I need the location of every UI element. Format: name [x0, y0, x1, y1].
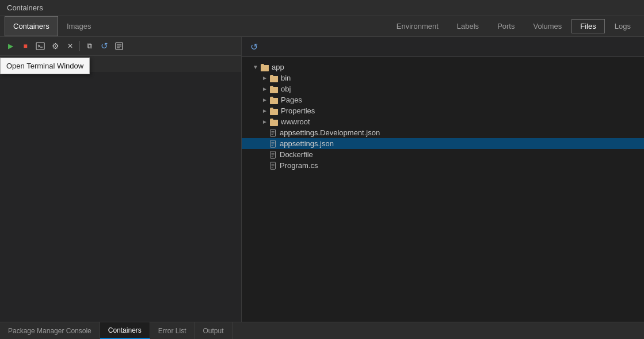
tree-label-appsettings-dev: appsettings.Development.json — [280, 128, 380, 137]
copy-button[interactable]: ⧉ — [82, 39, 96, 53]
settings-button[interactable]: ⚙ — [48, 39, 62, 53]
logs-button[interactable] — [112, 39, 126, 53]
file-icon-dockerfile — [269, 151, 277, 159]
left-panel: ▶ ■ ⚙ ✕ ⧉ ↺ Open Terminal Window — [0, 37, 242, 322]
arrow-wwwroot — [260, 119, 269, 125]
toolbar-separator-1 — [79, 41, 80, 51]
tab-files[interactable]: Files — [571, 19, 604, 33]
title-label: Containers — [7, 3, 43, 12]
tab-images[interactable]: Images — [58, 16, 100, 36]
tree-item-bin[interactable]: bin — [242, 73, 644, 83]
file-icon-appsettings — [269, 140, 277, 148]
folder-icon-obj — [269, 85, 279, 93]
folder-icon-properties — [269, 107, 279, 115]
file-tree-toolbar: ↺ — [242, 37, 644, 57]
tab-labels[interactable]: Labels — [448, 19, 487, 33]
delete-button[interactable]: ✕ — [63, 39, 77, 53]
tab-environment[interactable]: Environment — [388, 19, 447, 33]
tab-volumes[interactable]: Volumes — [524, 19, 570, 33]
main-content: Containers Images Environment Labels Por… — [0, 16, 644, 339]
tree-label-pages: Pages — [281, 96, 302, 104]
bottom-tab-containers[interactable]: Containers — [100, 322, 150, 339]
tooltip-text: Open Terminal Window — [6, 62, 83, 70]
arrow-properties — [260, 108, 269, 114]
tree-label-obj: obj — [281, 85, 291, 93]
tree-item-appsettings[interactable]: appsettings.json — [242, 138, 644, 149]
tree-label-program-cs: Program.cs — [280, 161, 318, 170]
folder-icon-bin — [269, 74, 279, 82]
arrow-pages — [260, 97, 269, 103]
tree-item-wwwroot[interactable]: wwwroot — [242, 116, 644, 127]
bottom-tab-error-list[interactable]: Error List — [150, 322, 195, 339]
tab-containers[interactable]: Containers — [5, 16, 58, 36]
tree-item-properties[interactable]: Properties — [242, 105, 644, 116]
bottom-tab-output[interactable]: Output — [195, 322, 232, 339]
tree-item-program-cs[interactable]: Program.cs — [242, 160, 644, 171]
folder-icon-app — [260, 63, 269, 71]
tab-ports[interactable]: Ports — [489, 19, 523, 33]
tree-item-obj[interactable]: obj — [242, 83, 644, 94]
file-icon-appsettings-dev — [269, 129, 277, 137]
terminal-button[interactable] — [33, 39, 47, 53]
title-bar: Containers — [0, 0, 644, 16]
tree-item-app[interactable]: app — [242, 62, 644, 73]
body-split: ▶ ■ ⚙ ✕ ⧉ ↺ Open Terminal Window — [0, 37, 644, 322]
arrow-obj — [260, 86, 269, 92]
file-icon-program-cs — [269, 162, 277, 170]
bottom-tab-package-manager[interactable]: Package Manager Console — [0, 322, 100, 339]
tab-logs[interactable]: Logs — [606, 19, 639, 33]
folder-icon-pages — [269, 96, 279, 104]
tree-label-dockerfile: Dockerfile — [280, 150, 313, 159]
file-tree-refresh-button[interactable]: ↺ — [247, 40, 260, 53]
right-panel: ↺ app bin — [242, 37, 644, 322]
tooltip-popup: Open Terminal Window — [0, 58, 90, 74]
tree-label-app: app — [272, 63, 284, 71]
tree-item-appsettings-dev[interactable]: appsettings.Development.json — [242, 127, 644, 138]
tree-label-properties: Properties — [281, 106, 315, 115]
file-tree: app bin obj — [242, 57, 644, 176]
arrow-bin — [260, 75, 269, 81]
folder-icon-wwwroot — [269, 118, 279, 126]
bottom-tabs: Package Manager Console Containers Error… — [0, 322, 644, 339]
tree-label-wwwroot: wwwroot — [281, 117, 310, 126]
toolbar: ▶ ■ ⚙ ✕ ⧉ ↺ — [0, 37, 241, 56]
arrow-app — [251, 64, 260, 70]
tree-item-dockerfile[interactable]: Dockerfile — [242, 149, 644, 160]
right-tabs: Environment Labels Ports Volumes Files L… — [388, 19, 639, 33]
tree-label-bin: bin — [281, 74, 291, 82]
start-button[interactable]: ▶ — [3, 39, 17, 53]
stop-button[interactable]: ■ — [18, 39, 32, 53]
top-tabs-bar: Containers Images Environment Labels Por… — [0, 16, 644, 37]
restart-button[interactable]: ↺ — [97, 39, 111, 53]
tree-label-appsettings: appsettings.json — [280, 139, 334, 148]
tree-item-pages[interactable]: Pages — [242, 94, 644, 105]
